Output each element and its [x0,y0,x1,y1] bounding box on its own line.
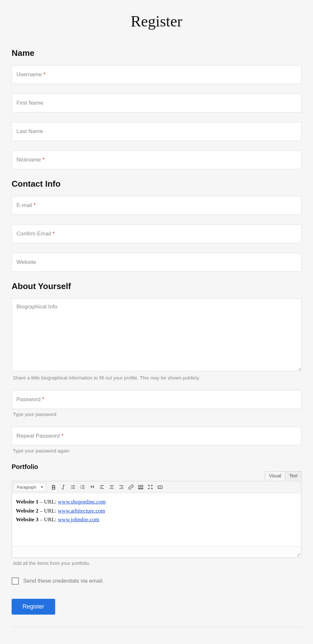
svg-point-5 [71,488,72,489]
portfolio-link[interactable]: www.shoponline.com [58,499,106,505]
read-more-icon[interactable] [136,483,145,491]
svg-text:3: 3 [80,488,81,489]
portfolio-link[interactable]: www.johndoe.com [58,516,99,523]
username-field[interactable] [12,65,301,84]
svg-point-4 [71,487,72,487]
svg-line-2 [63,485,64,489]
svg-rect-26 [138,488,143,489]
repeat-password-field[interactable] [12,427,301,445]
password-field[interactable] [12,390,301,409]
portfolio-link[interactable]: www.arhitecture.com [58,508,105,514]
page-title: Register [12,12,301,30]
chevron-down-icon [41,486,43,488]
bio-hint: Share a little biographical information … [12,375,301,380]
svg-rect-24 [138,485,143,487]
numbered-list-icon[interactable]: 123 [78,483,87,491]
portfolio-hint: Add all the items from your portfolio. [12,560,301,566]
section-contact-heading: Contact Info [12,179,301,189]
bullet-list-icon[interactable] [69,483,77,491]
first-name-field[interactable] [12,94,301,112]
register-button[interactable]: Register [12,599,55,615]
format-select[interactable]: Paragraph [14,483,46,491]
bio-field[interactable] [12,298,301,371]
send-credentials-label: Send these credentials via email. [23,578,104,584]
editor-statusbar [12,546,301,557]
confirm-email-field[interactable] [12,224,301,243]
svg-point-3 [71,485,72,486]
section-name-heading: Name [12,48,301,58]
send-credentials-checkbox[interactable] [12,577,19,585]
section-about-heading: About Yourself [12,281,301,291]
align-left-icon[interactable] [98,483,106,491]
nickname-field[interactable] [12,151,301,169]
svg-rect-27 [158,486,162,488]
divider [12,627,301,627]
last-name-field[interactable] [12,122,301,141]
editor-toolbar: Paragraph 123 [12,481,301,493]
password-hint: Type your password [12,411,301,417]
rich-text-editor: Paragraph 123 Website 1 – URL: www.shopo… [12,481,301,558]
editor-content[interactable]: Website 1 – URL: www.shoponline.comWebsi… [12,493,301,546]
align-center-icon[interactable] [107,483,116,491]
tab-text[interactable]: Text [285,471,302,480]
align-right-icon[interactable] [117,483,126,491]
tab-visual[interactable]: Visual [265,471,285,480]
bold-icon[interactable] [49,483,58,491]
italic-icon[interactable] [59,483,67,491]
website-field[interactable] [12,253,301,272]
fullscreen-icon[interactable] [146,483,155,491]
email-field[interactable] [12,196,301,215]
blockquote-icon[interactable] [88,483,96,491]
link-icon[interactable] [127,483,135,491]
keyboard-icon[interactable] [156,483,164,491]
portfolio-heading: Portfolio [12,463,301,471]
repeat-password-hint: Type your password again [12,448,301,453]
